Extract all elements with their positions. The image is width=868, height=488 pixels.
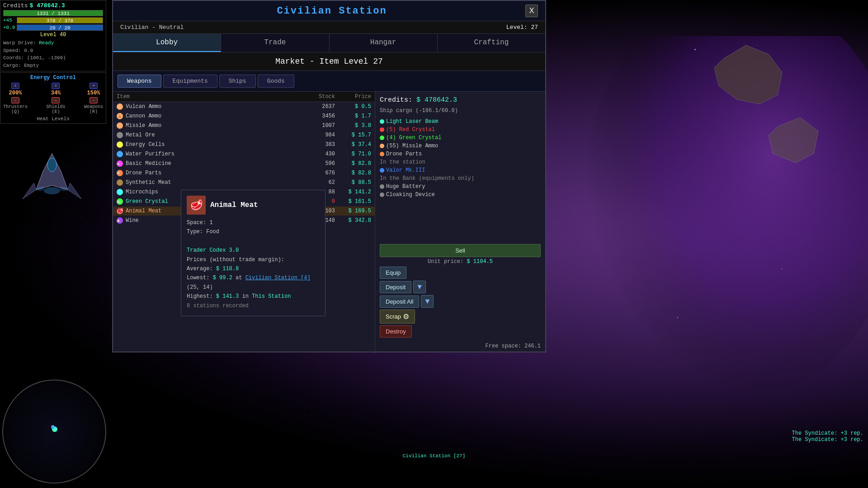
svg-point-5: [37, 187, 44, 191]
tooltip-item-icon: 🥩: [187, 196, 206, 215]
shield-bar: 378 / 378: [17, 17, 103, 23]
nav-tabs: Lobby Trade Hangar Crafting: [113, 34, 545, 52]
weapons-minus-btn[interactable]: -: [90, 97, 98, 103]
hud-info: Warp Drive: Ready Speed: 0.0 Coords: (10…: [3, 39, 103, 69]
tooltip-body: Space: 1 Type: Food Trader Codex 3.0 Pri…: [187, 218, 320, 310]
cat-tab-goods[interactable]: Goods: [258, 75, 294, 88]
shield-minus-btn[interactable]: -: [52, 97, 60, 103]
scrap-destroy-row: Scrap ⚙: [380, 310, 541, 324]
item-price-energy: $ 37.4: [335, 141, 371, 148]
tooltip-lowest-station[interactable]: Civilian Station [4]: [245, 275, 311, 281]
item-list-header: Item Stock Price: [113, 92, 375, 102]
cargo-list: Light Laser Beam (5) Red Crystal (4) Gre…: [380, 117, 541, 240]
list-item[interactable]: Metal Ore 984 $ 15.7: [113, 131, 375, 140]
list-item[interactable]: Synthetic Meat 62 $ 88.5: [113, 178, 375, 188]
deposit-button[interactable]: Deposit: [380, 281, 411, 293]
equip-button[interactable]: Equip: [380, 267, 406, 279]
destroy-button[interactable]: Destroy: [380, 325, 412, 338]
nebula-decoration: [552, 36, 868, 443]
svg-point-6: [60, 187, 67, 191]
cargo-item: Light Laser Beam: [380, 117, 541, 126]
cat-tab-ships[interactable]: Ships: [219, 75, 256, 88]
scrap-button[interactable]: Scrap ⚙: [380, 310, 415, 324]
cargo-item: (55) Missle Ammo: [380, 142, 541, 150]
station-header: Civilian Station X: [113, 1, 545, 21]
cargo-dot: [380, 184, 384, 189]
energy-controls: + 200% - Thrusters(Q) + 34% - Shields(E)…: [3, 83, 103, 114]
item-price-medicine: $ 82.8: [335, 160, 371, 167]
deposit-arrow[interactable]: ▼: [413, 281, 426, 293]
cargo-info: Ship cargo (-186.1/60.0): [380, 108, 541, 114]
thruster-pct: 200%: [9, 90, 22, 96]
item-stock-ore: 984: [303, 132, 335, 138]
ship-display: [9, 149, 95, 203]
heat-levels-label: Heat Levels: [3, 116, 103, 122]
right-panel: Credits: $ 478642.3 Ship cargo (-186.1/6…: [375, 92, 545, 354]
credits-label: Credits: [3, 2, 28, 9]
item-price-water: $ 71.0: [335, 151, 371, 157]
hud-panel: Credits $ 478642.3 1331 / 1331 +45 378 /…: [0, 0, 106, 71]
list-item[interactable]: ● Drone Parts 676 $ 82.8: [113, 169, 375, 178]
item-stock-synth-meat: 62: [303, 179, 335, 186]
cargo-item: Drone Parts: [380, 150, 541, 158]
svg-marker-7: [23, 183, 36, 199]
deposit-all-button[interactable]: Deposit All: [380, 296, 419, 308]
deposit-all-arrow[interactable]: ▼: [421, 295, 434, 308]
cargo-item: (4) Green Crystal: [380, 134, 541, 142]
tab-lobby[interactable]: Lobby: [113, 34, 221, 52]
tab-trade[interactable]: Trade: [221, 34, 329, 52]
tooltip-highest: Highest: $ 141.3 in This Station: [187, 292, 320, 301]
cargo-item: Huge Battery: [380, 183, 541, 191]
shield-bar-row: +45 378 / 378: [3, 17, 103, 23]
shield-pct: 34%: [51, 90, 61, 96]
cargo-dot: [380, 127, 384, 132]
cargo-dot: [380, 136, 384, 140]
sell-section: Sell Unit price: $ 1104.5: [380, 244, 541, 265]
thruster-plus-btn[interactable]: +: [11, 83, 19, 89]
thruster-minus-btn[interactable]: -: [11, 97, 19, 103]
item-icon-animal-meat: 🥩: [117, 208, 123, 214]
close-button[interactable]: X: [525, 5, 538, 17]
item-name-ore: Metal Ore: [126, 132, 303, 138]
item-name-synth-meat: Synthetic Meat: [126, 179, 303, 186]
credits-display: Credits $ 478642.3: [3, 2, 103, 9]
sell-button[interactable]: Sell: [380, 244, 541, 257]
col-header-item: Item: [117, 94, 303, 100]
list-item[interactable]: Energy Cells 383 $ 37.4: [113, 140, 375, 150]
energy-bar-row: +0.9 20 / 20: [3, 24, 103, 31]
item-name-water: Water Purifiers: [126, 151, 303, 157]
weapons-pct: 150%: [87, 90, 100, 96]
item-stock-vulcan: 2637: [303, 103, 335, 110]
cat-tab-weapons[interactable]: Weapons: [118, 75, 161, 88]
list-item[interactable]: ⚠ Cannon Ammo 3456 $ 1.7: [113, 112, 375, 121]
weapons-label: Weapons(R): [84, 104, 103, 114]
item-price-vulcan: $ 0.5: [335, 103, 371, 110]
list-item[interactable]: ⚠ Missle Ammo 1007 $ 3.8: [113, 121, 375, 131]
item-icon-wine: ◆: [117, 217, 123, 224]
weapons-control: + 150% - Weapons(R): [84, 83, 103, 114]
action-buttons: Sell Unit price: $ 1104.5 Equip Deposit …: [380, 244, 541, 338]
tab-crafting[interactable]: Crafting: [438, 34, 545, 52]
cargo-item: Cloaking Device: [380, 191, 541, 199]
list-item[interactable]: ⚠ Vulcan Ammo 2637 $ 0.5: [113, 102, 375, 112]
tooltip-item-title: Animal Meat: [210, 201, 258, 209]
item-icon-drone: ●: [117, 170, 123, 176]
weapons-plus-btn[interactable]: +: [90, 83, 98, 89]
item-icon-synth-meat: [117, 179, 123, 186]
svg-marker-8: [68, 183, 81, 199]
shield-plus-btn[interactable]: +: [52, 83, 60, 89]
item-icon-water: [117, 151, 123, 157]
minimap-label: Civilian Station [27]: [403, 453, 466, 459]
tooltip-space: Space: 1: [187, 218, 320, 227]
cat-tab-equipments[interactable]: Equipments: [163, 75, 217, 88]
energy-control-title: Energy Control: [3, 75, 103, 81]
item-icon-microchips: [117, 189, 123, 195]
list-item[interactable]: Water Purifiers 430 $ 71.0: [113, 150, 375, 159]
col-header-stock: Stock: [303, 94, 335, 100]
tab-hangar[interactable]: Hangar: [330, 34, 438, 52]
item-icon-energy: [117, 141, 123, 148]
tooltip-lowest: Lowest: $ 99.2 at Civilian Station [4] (…: [187, 273, 320, 292]
list-item[interactable]: ✚ Basic Medicine 596 $ 82.8: [113, 159, 375, 169]
minimap: [2, 380, 106, 483]
category-tabs: Weapons Equipments Ships Goods: [113, 71, 545, 92]
